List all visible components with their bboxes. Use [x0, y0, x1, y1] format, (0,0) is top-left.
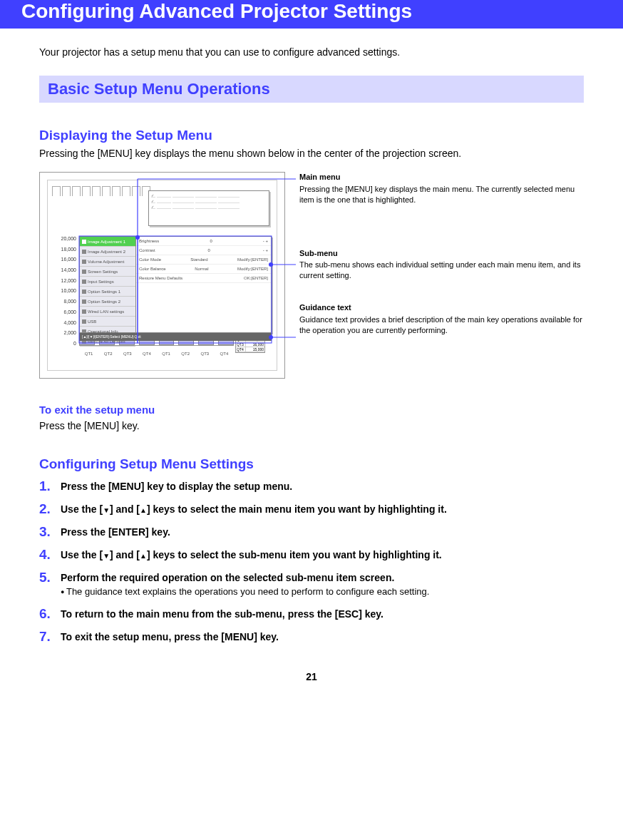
- step-item: Use the [] and [] keys to select the sub…: [39, 549, 584, 560]
- callout-sub-menu: Sub-menu The sub-menu shows each individ…: [299, 248, 584, 282]
- callout-guidance: Guidance text Guidance text provides a b…: [299, 302, 584, 336]
- guidance-bar: [▲]/[▼]/[ENTER]:Select [MENU]:Quit: [79, 333, 272, 341]
- step-item: To exit the setup menu, press the [MENU]…: [39, 631, 584, 642]
- callout-main-menu: Main menu Pressing the [MENU] key displa…: [299, 172, 584, 205]
- screenshot-diagram: ✓ ✓ ✓ 20,00018,00016,00014,00012,00010,0…: [39, 172, 285, 379]
- step-item: Press the [ENTER] key.: [39, 526, 584, 538]
- step-item: Use the [] and [] keys to select the mai…: [39, 503, 584, 515]
- projector-menu: Image Adjustment 1Image Adjustment 2Volu…: [79, 236, 272, 333]
- displaying-body: Pressing the [MENU] key displays the men…: [39, 148, 584, 159]
- main-menu-item: Option Settings 2: [80, 297, 135, 307]
- main-menu-list: Image Adjustment 1Image Adjustment 2Volu…: [79, 236, 136, 333]
- sub-menu-item: Restore Menu DefaultsOK:[ENTER]: [136, 274, 271, 283]
- sub-menu-item: Color BalanceNormalModify:[ENTER]: [136, 265, 271, 274]
- sub-menu-item: Color ModeStandardModify:[ENTER]: [136, 255, 271, 265]
- section-banner: Basic Setup Menu Operations: [39, 76, 584, 103]
- main-menu-item: Wired LAN settings: [80, 307, 135, 317]
- main-menu-item: Option Settings 1: [80, 287, 135, 297]
- main-menu-item: USB: [80, 317, 135, 327]
- main-menu-item: Input Settings: [80, 277, 135, 287]
- exit-body: Press the [MENU] key.: [39, 420, 584, 431]
- main-menu-item: Image Adjustment 2: [80, 247, 135, 257]
- displaying-heading: Displaying the Setup Menu: [39, 128, 584, 143]
- diagram-section: ✓ ✓ ✓ 20,00018,00016,00014,00012,00010,0…: [39, 172, 584, 379]
- step-item: Perform the required operation on the se…: [39, 572, 584, 597]
- main-menu-item: Screen Settings: [80, 267, 135, 277]
- sub-menu-item: Brightness0- +: [136, 237, 271, 246]
- page-header: Configuring Advanced Projector Settings: [0, 0, 623, 29]
- sub-menu-item: Contrast0- +: [136, 246, 271, 255]
- sub-menu-list: Brightness0- +Contrast0- +Color ModeStan…: [136, 236, 272, 333]
- exit-heading: To exit the setup menu: [39, 404, 584, 416]
- configuring-heading: Configuring Setup Menu Settings: [39, 456, 584, 472]
- background-sheet: ✓ ✓ ✓: [148, 190, 269, 226]
- main-menu-item: Volume Adjustment: [80, 257, 135, 267]
- step-item: To return to the main menu from the sub-…: [39, 608, 584, 620]
- intro-text: Your projector has a setup menu that you…: [39, 46, 584, 58]
- page-number: 21: [39, 671, 584, 682]
- callouts: Main menu Pressing the [MENU] key displa…: [299, 172, 584, 357]
- page-content: Your projector has a setup menu that you…: [0, 29, 623, 711]
- steps-list: Press the [MENU] key to display the setu…: [39, 481, 584, 642]
- main-menu-item: Image Adjustment 1: [80, 237, 135, 247]
- page-title: Configuring Advanced Projector Settings: [21, 0, 412, 22]
- step-item: Press the [MENU] key to display the setu…: [39, 481, 584, 492]
